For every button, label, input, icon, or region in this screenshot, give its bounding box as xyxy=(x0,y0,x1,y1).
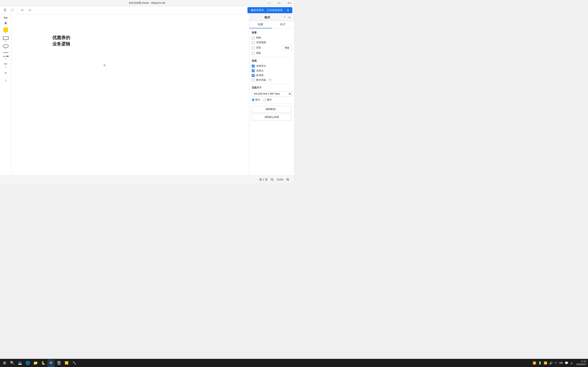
diagram-line-2: 业务逻辑 xyxy=(52,41,70,47)
svg-line-4 xyxy=(288,180,289,181)
panel-header: 格式 ^ ✕ xyxy=(249,14,294,21)
section-divider-2 xyxy=(252,84,292,84)
svg-line-1 xyxy=(273,180,273,181)
background-checkbox[interactable] xyxy=(252,47,255,49)
change-background-button[interactable]: 更改 xyxy=(283,45,292,50)
tab-style[interactable]: 样式 xyxy=(272,21,294,28)
sidebar-item-freehand[interactable]: ✏ X xyxy=(1,61,11,69)
save-banner-text: 修改未保存。点击此处保存。 xyxy=(251,8,285,12)
grid-option-row: 网格 xyxy=(252,36,292,40)
background-option-row: 背景 更改 xyxy=(252,45,292,50)
edit-data-button[interactable]: 编辑数据... xyxy=(252,106,292,113)
grid-checkbox[interactable] xyxy=(252,36,255,39)
sticky-label: S xyxy=(5,32,6,34)
main-layout: Text A S D F C ✏ xyxy=(0,14,294,175)
section-options-title: 选项 xyxy=(252,59,292,63)
connect-arrow-label[interactable]: 连接箭头 xyxy=(256,64,266,68)
sidebar-item-arrow[interactable]: C xyxy=(1,54,11,60)
right-panel: 格式 ^ ✕ 绘图 样式 查看 网格 页面视图 背景 xyxy=(249,14,294,175)
rectangle-shape xyxy=(3,36,9,40)
ref-line-checkbox[interactable] xyxy=(252,74,255,77)
diagram-canvas[interactable]: 优惠券的 业务逻辑 ↖ xyxy=(11,14,249,175)
panel-collapse-button[interactable]: ^ xyxy=(283,16,287,20)
pageview-option-row: 页面视图 xyxy=(252,41,292,44)
freehand-label: X xyxy=(5,66,6,68)
statusbar: 第 1 页 210% xyxy=(0,175,294,184)
math-layout-label[interactable]: 数学排版 xyxy=(256,78,266,82)
cursor: ↖ xyxy=(103,63,106,68)
panel-body: 查看 网格 页面视图 背景 更改 阴影 选项 xyxy=(249,29,294,175)
close-button[interactable]: ✕ xyxy=(285,0,294,6)
line-shape xyxy=(3,52,9,53)
sticky-shape xyxy=(3,27,8,32)
zoom-out-icon xyxy=(270,178,274,181)
panel-header-buttons: ^ ✕ xyxy=(283,16,292,20)
menu-icon: ☰ xyxy=(3,8,6,12)
save-banner[interactable]: 修改未保存。点击此处保存。 ⬇ xyxy=(247,7,292,13)
sidebar-item-text[interactable]: Text xyxy=(1,16,11,20)
chevron-down-icon: ∨ xyxy=(5,79,7,82)
page-indicator: 第 1 页 xyxy=(259,178,268,182)
portrait-label[interactable]: 竖向 xyxy=(252,98,260,101)
ref-line-option-row: 参考线 xyxy=(252,74,292,77)
minimize-button[interactable]: ─ xyxy=(264,0,274,6)
save-download-icon: ⬇ xyxy=(287,8,289,12)
toolbar: ☰ 📄 ↩ ↪ 修改未保存。点击此处保存。 ⬇ xyxy=(0,6,294,14)
menu-button[interactable]: ☰ xyxy=(2,7,8,13)
math-layout-checkbox[interactable] xyxy=(252,79,255,82)
arrow-shape xyxy=(3,56,9,57)
connect-point-option-row: 连接点 xyxy=(252,69,292,72)
sidebar-item-line[interactable] xyxy=(1,52,11,54)
zoom-in-button[interactable] xyxy=(285,177,291,183)
landscape-label[interactable]: 横向 xyxy=(263,98,272,101)
shadow-label[interactable]: 阴影 xyxy=(256,51,261,55)
freehand-icon: ✏ xyxy=(4,62,7,66)
maximize-button[interactable]: □ xyxy=(274,0,284,6)
connect-arrow-checkbox[interactable] xyxy=(252,65,255,67)
panel-tabs: 绘图 样式 xyxy=(249,21,294,29)
undo-button[interactable]: ↩ xyxy=(19,7,26,13)
connect-point-checkbox[interactable] xyxy=(252,69,255,72)
tab-draw[interactable]: 绘图 xyxy=(249,21,272,28)
ref-line-label[interactable]: 参考线 xyxy=(256,74,264,77)
connect-arrow-option-row: 连接箭头 xyxy=(252,64,292,68)
zoom-out-button[interactable] xyxy=(269,177,275,183)
connect-point-label[interactable]: 连接点 xyxy=(256,69,264,72)
text-label: Text xyxy=(4,17,8,19)
page-size-select[interactable]: A4 (210 mm x 297 mm) xyxy=(252,91,292,96)
section-pagesize-title: 页面尺寸 xyxy=(252,86,292,90)
sidebar-item-more[interactable]: + xyxy=(1,70,11,76)
background-label[interactable]: 背景 xyxy=(256,46,261,50)
rect-label: D xyxy=(5,40,6,42)
clear-default-button[interactable]: 清除默认风格 xyxy=(252,114,292,120)
arrow-label: C xyxy=(5,57,6,59)
shadow-checkbox[interactable] xyxy=(252,52,255,55)
sidebar-expand-button[interactable]: ∨ xyxy=(1,77,11,83)
letter-a-shape: A xyxy=(4,21,7,25)
sidebar-item-sticky[interactable]: S xyxy=(1,27,11,35)
sidebar-item-ellipse[interactable]: F xyxy=(1,43,11,51)
shadow-option-row: 阴影 xyxy=(252,51,292,55)
diagram-text: 优惠券的 业务逻辑 xyxy=(52,35,70,47)
panel-close-button[interactable]: ✕ xyxy=(287,16,292,20)
sidebar-item-rectangle[interactable]: D xyxy=(1,36,11,43)
file-button[interactable]: 📄 xyxy=(9,7,16,13)
zoom-level: 210% xyxy=(277,178,283,181)
pageview-checkbox[interactable] xyxy=(252,41,255,44)
diagram-line-1: 优惠券的 xyxy=(52,35,70,41)
math-layout-option-row: 数学排版 ? xyxy=(252,78,292,82)
panel-title: 格式 xyxy=(252,16,283,19)
grid-label[interactable]: 网格 xyxy=(256,36,261,40)
pageview-label[interactable]: 页面视图 xyxy=(256,41,266,44)
sidebar-item-letter[interactable]: A xyxy=(1,21,11,26)
ellipse-label: F xyxy=(5,48,6,50)
portrait-radio[interactable] xyxy=(252,99,254,101)
section-view-title: 查看 xyxy=(252,31,292,34)
redo-button[interactable]: ↪ xyxy=(26,7,33,13)
title-text: 未命名绘图.drawio - diagrams.net xyxy=(129,1,165,5)
math-help-icon[interactable]: ? xyxy=(268,78,272,82)
landscape-radio[interactable] xyxy=(263,99,266,101)
left-sidebar: Text A S D F C ✏ xyxy=(0,14,11,175)
section-divider-1 xyxy=(252,57,292,57)
undo-icon: ↩ xyxy=(21,8,24,12)
